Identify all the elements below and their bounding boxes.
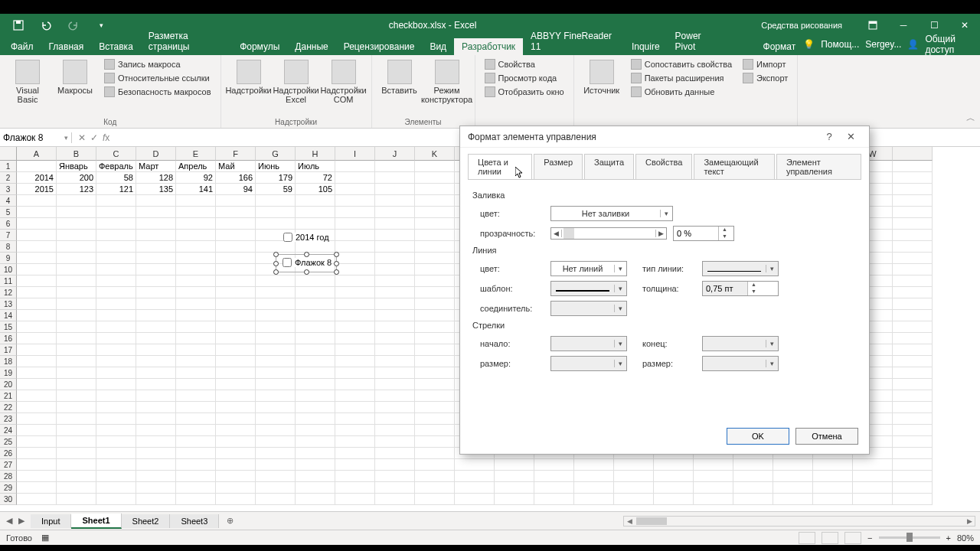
- cell[interactable]: [136, 344, 176, 356]
- cell[interactable]: [17, 448, 57, 459]
- cell[interactable]: [296, 413, 335, 425]
- visual-basic-button[interactable]: Visual Basic: [6, 58, 49, 106]
- cell[interactable]: [375, 494, 415, 505]
- cell[interactable]: [893, 436, 933, 448]
- cell[interactable]: [296, 448, 335, 459]
- line-type-combo[interactable]: ▾: [702, 261, 779, 276]
- insert-control-button[interactable]: Вставить: [378, 58, 421, 96]
- cell[interactable]: [17, 333, 57, 344]
- cell[interactable]: 2015: [17, 184, 57, 195]
- cell[interactable]: [455, 494, 495, 505]
- cell[interactable]: [216, 276, 256, 287]
- cell[interactable]: [17, 425, 57, 436]
- chevron-down-icon[interactable]: ▾: [614, 265, 626, 272]
- cell[interactable]: [415, 230, 455, 241]
- cell[interactable]: [893, 425, 933, 436]
- cell[interactable]: [136, 436, 176, 448]
- spin-up-icon[interactable]: ▲: [748, 282, 760, 289]
- cell[interactable]: [893, 264, 933, 276]
- cell[interactable]: 200: [57, 172, 96, 184]
- cell[interactable]: [136, 230, 176, 241]
- cell[interactable]: [216, 413, 256, 425]
- cell[interactable]: [375, 298, 415, 310]
- cell[interactable]: [296, 344, 335, 356]
- cell[interactable]: [893, 184, 933, 195]
- cell[interactable]: [216, 287, 256, 298]
- cell[interactable]: [57, 310, 96, 321]
- cell[interactable]: [415, 413, 455, 425]
- cell[interactable]: [893, 276, 933, 287]
- cell[interactable]: [893, 390, 933, 402]
- cell[interactable]: [96, 482, 136, 494]
- cell[interactable]: [136, 471, 176, 482]
- cell[interactable]: [415, 425, 455, 436]
- cell[interactable]: [176, 448, 216, 459]
- row-header[interactable]: 6: [0, 218, 17, 230]
- cell[interactable]: 58: [96, 172, 136, 184]
- cell[interactable]: [733, 459, 773, 471]
- row-header[interactable]: 18: [0, 356, 17, 367]
- cell[interactable]: [136, 482, 176, 494]
- cell[interactable]: [96, 333, 136, 344]
- cell[interactable]: [57, 207, 96, 218]
- cell[interactable]: [296, 390, 335, 402]
- cell[interactable]: [17, 287, 57, 298]
- cell[interactable]: [415, 471, 455, 482]
- cell[interactable]: [57, 494, 96, 505]
- row-header[interactable]: 26: [0, 448, 17, 459]
- cell[interactable]: [415, 494, 455, 505]
- cell[interactable]: [495, 494, 534, 505]
- cell[interactable]: [893, 172, 933, 184]
- cell[interactable]: [853, 482, 893, 494]
- cell[interactable]: [256, 276, 296, 287]
- cell[interactable]: [296, 471, 335, 482]
- cell[interactable]: [17, 218, 57, 230]
- column-header[interactable]: I: [335, 147, 375, 161]
- cell[interactable]: [415, 195, 455, 207]
- cell[interactable]: [893, 287, 933, 298]
- cell[interactable]: [375, 436, 415, 448]
- cell[interactable]: [17, 321, 57, 333]
- cell[interactable]: [216, 494, 256, 505]
- cell[interactable]: [893, 494, 933, 505]
- collapse-ribbon-icon[interactable]: ︿: [966, 112, 975, 125]
- cell[interactable]: [256, 379, 296, 390]
- cell[interactable]: [96, 218, 136, 230]
- cancel-button[interactable]: Отмена: [795, 428, 858, 445]
- excel-addins-button[interactable]: Надстройки Excel: [275, 58, 318, 106]
- cell[interactable]: [176, 321, 216, 333]
- row-header[interactable]: 19: [0, 367, 17, 379]
- cell[interactable]: Июль: [296, 161, 335, 172]
- cell[interactable]: [495, 471, 534, 482]
- fx-icon[interactable]: fx: [103, 132, 109, 143]
- cell[interactable]: [256, 425, 296, 436]
- cell[interactable]: [176, 402, 216, 413]
- chevron-down-icon[interactable]: ▾: [614, 285, 626, 292]
- cell[interactable]: Июнь: [256, 161, 296, 172]
- cell[interactable]: [57, 471, 96, 482]
- slider-right-icon[interactable]: ▶: [655, 230, 666, 237]
- cell[interactable]: [733, 482, 773, 494]
- cell[interactable]: [335, 184, 375, 195]
- cell[interactable]: [96, 298, 136, 310]
- select-all-corner[interactable]: [0, 147, 17, 161]
- spin-up-icon[interactable]: ▲: [719, 227, 730, 233]
- cell[interactable]: [415, 218, 455, 230]
- chevron-down-icon[interactable]: ▾: [766, 265, 778, 272]
- cell[interactable]: [773, 494, 813, 505]
- cell[interactable]: [335, 425, 375, 436]
- view-code-button[interactable]: Просмотр кода: [482, 72, 567, 84]
- spin-down-icon[interactable]: ▼: [719, 233, 730, 240]
- cell[interactable]: [375, 161, 415, 172]
- cell[interactable]: [216, 459, 256, 471]
- cell[interactable]: [57, 356, 96, 367]
- row-header[interactable]: 30: [0, 494, 17, 505]
- cell[interactable]: 94: [216, 184, 256, 195]
- row-header[interactable]: 4: [0, 195, 17, 207]
- cell[interactable]: [893, 356, 933, 367]
- sheet-tab-sheet2[interactable]: Sheet2: [122, 514, 171, 528]
- cell[interactable]: [216, 241, 256, 253]
- cell[interactable]: [773, 459, 813, 471]
- cell[interactable]: [296, 482, 335, 494]
- cell[interactable]: [574, 494, 614, 505]
